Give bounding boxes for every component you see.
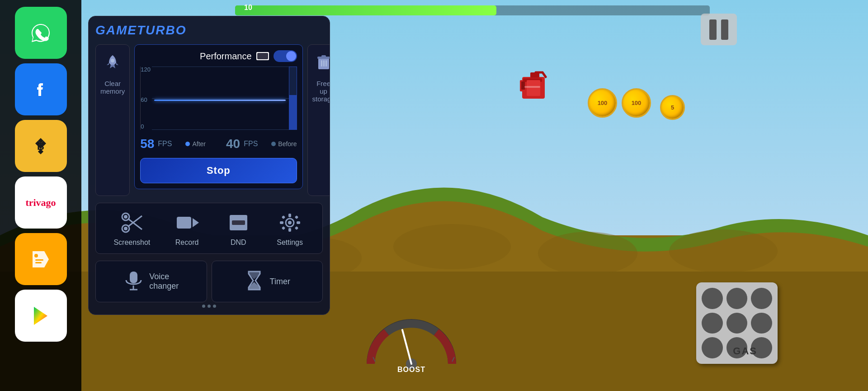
- gameturbo-panel: GAMETURBO Clear memory Performance: [88, 16, 330, 315]
- grid-line-0: [152, 129, 297, 130]
- dot-3: [213, 305, 216, 308]
- quick-actions-row: Clear memory Performance 120 60: [95, 44, 323, 196]
- svg-rect-29: [35, 262, 42, 263]
- fps-line: [154, 100, 285, 101]
- performance-icon: [256, 52, 269, 60]
- coin-100-a: 100: [588, 88, 617, 118]
- settings-label: Settings: [277, 238, 303, 247]
- svg-rect-34: [257, 53, 268, 59]
- panel-header: GAMETURBO: [95, 23, 323, 38]
- three-dots[interactable]: [95, 305, 323, 308]
- grid-line-60: [152, 98, 297, 99]
- svg-point-32: [111, 59, 114, 62]
- dnd-button[interactable]: DND: [224, 210, 253, 247]
- clear-memory-button[interactable]: Clear memory: [95, 44, 130, 196]
- mic-icon: [123, 269, 144, 294]
- gas-dot-1: [702, 288, 723, 309]
- sidebar-item-binance[interactable]: B: [15, 120, 67, 172]
- svg-rect-40: [326, 60, 327, 67]
- dot-1: [202, 305, 205, 308]
- gas-dot-4: [702, 313, 723, 334]
- svg-text:B: B: [37, 141, 44, 152]
- gas-label: GAS: [733, 345, 757, 357]
- voice-changer-button[interactable]: Voicechanger: [95, 261, 207, 302]
- stop-button[interactable]: Stop: [140, 158, 297, 183]
- fps-before-label-row: Before: [271, 137, 297, 151]
- sidebar-item-playstore[interactable]: [15, 290, 67, 342]
- screenshot-label: Screenshot: [113, 238, 150, 247]
- fps-after-stat: 58 FPS: [140, 137, 172, 151]
- graph-label-60: 60: [141, 96, 147, 103]
- svg-line-13: [402, 330, 411, 364]
- svg-rect-60: [294, 226, 298, 229]
- graph-bar: [289, 67, 297, 130]
- perf-header: Performance: [140, 50, 297, 62]
- coin-5: 5: [660, 95, 685, 120]
- fps-before-stat: 40 FPS: [226, 137, 258, 151]
- sidebar: B trivago: [0, 0, 81, 391]
- pause-button[interactable]: [701, 14, 737, 45]
- timer-button[interactable]: Timer: [212, 261, 323, 302]
- bottom-buttons-row: Voicechanger Timer: [95, 261, 323, 302]
- fps-graph: 120 60 0: [140, 67, 297, 130]
- action-grid: Screenshot Record DND: [103, 210, 316, 247]
- gas-dot-5: [726, 313, 748, 334]
- sidebar-item-pricetag[interactable]: [15, 233, 67, 285]
- sidebar-item-facebook[interactable]: [15, 63, 67, 115]
- pause-bar-left: [709, 19, 717, 40]
- grid-line-120: [152, 67, 297, 67]
- svg-rect-61: [130, 272, 137, 283]
- svg-rect-59: [281, 226, 285, 229]
- svg-rect-47: [177, 217, 191, 229]
- scissors-icon: [117, 210, 146, 235]
- fps-after-label-row: After: [185, 137, 206, 151]
- svg-point-4: [669, 229, 778, 273]
- svg-rect-54: [288, 228, 291, 232]
- clear-memory-label: Clear memory: [100, 80, 125, 95]
- graph-label-120: 120: [141, 67, 151, 72]
- record-button[interactable]: Record: [172, 210, 202, 247]
- level-label: 10: [244, 4, 252, 12]
- svg-rect-56: [297, 221, 300, 224]
- pause-bar-right: [721, 19, 728, 40]
- fuel-can: [518, 70, 552, 102]
- record-label: Record: [175, 238, 199, 247]
- gas-dot-2: [726, 288, 748, 309]
- settings-button[interactable]: Settings: [275, 210, 305, 247]
- record-icon: [172, 210, 202, 235]
- settings-icon: [275, 210, 305, 235]
- svg-point-2: [393, 224, 511, 269]
- sidebar-item-trivago[interactable]: trivago: [15, 176, 67, 229]
- svg-rect-11: [524, 86, 540, 88]
- svg-point-52: [288, 221, 292, 224]
- svg-rect-55: [280, 221, 283, 224]
- timer-icon: [244, 269, 264, 294]
- gas-dot-7: [702, 337, 723, 358]
- sidebar-item-whatsapp[interactable]: [15, 7, 67, 59]
- svg-point-45: [124, 227, 127, 230]
- gas-dot-3: [751, 288, 772, 309]
- svg-rect-28: [35, 259, 43, 261]
- action-section: Screenshot Record DND: [95, 203, 323, 254]
- performance-toggle[interactable]: [274, 50, 297, 62]
- screenshot-button[interactable]: Screenshot: [113, 210, 150, 247]
- coin-100-b: 100: [622, 88, 651, 118]
- free-storage-button[interactable]: Free up storage: [307, 44, 330, 196]
- fps-stats: 58 FPS After 40 FPS Before: [140, 134, 297, 153]
- svg-rect-10: [527, 80, 540, 96]
- timer-label: Timer: [270, 277, 290, 286]
- trash-icon: [315, 53, 330, 75]
- progress-fill: [235, 5, 496, 15]
- svg-point-46: [124, 215, 127, 219]
- fps-after-value: 58: [140, 137, 154, 151]
- svg-rect-58: [294, 215, 298, 219]
- dnd-icon: [224, 210, 253, 235]
- toggle-knob: [286, 51, 296, 61]
- svg-rect-37: [321, 55, 326, 57]
- svg-rect-57: [281, 215, 285, 219]
- svg-point-3: [538, 232, 637, 275]
- fps-before-value: 40: [226, 137, 240, 151]
- svg-marker-48: [193, 218, 199, 227]
- svg-point-27: [34, 254, 38, 257]
- svg-rect-8: [521, 81, 525, 90]
